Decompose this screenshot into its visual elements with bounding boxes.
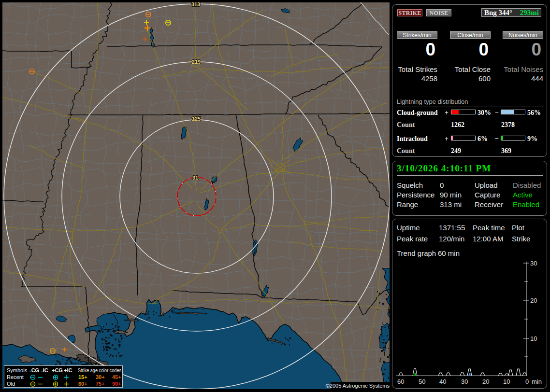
svg-text:30: 30 bbox=[530, 260, 537, 267]
svg-text:125: 125 bbox=[192, 116, 201, 122]
svg-text:20: 20 bbox=[530, 297, 537, 304]
svg-text:45+: 45+ bbox=[112, 374, 121, 380]
svg-text:-IC: -IC bbox=[41, 367, 48, 373]
svg-text:40: 40 bbox=[439, 378, 446, 385]
svg-text:50: 50 bbox=[419, 378, 425, 385]
svg-text:10: 10 bbox=[503, 378, 510, 385]
svg-text:-CG: -CG bbox=[29, 367, 39, 373]
svg-text:219: 219 bbox=[192, 59, 201, 65]
svg-text:15+: 15+ bbox=[78, 374, 87, 380]
svg-text:+CG: +CG bbox=[52, 367, 63, 373]
svg-text:Recent: Recent bbox=[7, 374, 24, 380]
svg-text:30: 30 bbox=[461, 378, 468, 385]
svg-text:31: 31 bbox=[192, 175, 198, 181]
svg-text:75+: 75+ bbox=[96, 381, 105, 387]
svg-text:Symbols: Symbols bbox=[7, 367, 28, 373]
svg-text:10: 10 bbox=[530, 335, 537, 342]
svg-text:©2005 Astrogenic Systems: ©2005 Astrogenic Systems bbox=[326, 383, 390, 389]
svg-text:Strike age color codes: Strike age color codes bbox=[78, 367, 121, 373]
svg-text:30+: 30+ bbox=[96, 374, 105, 380]
svg-text:60: 60 bbox=[397, 378, 404, 385]
svg-text:min: min bbox=[532, 378, 542, 385]
svg-text:20: 20 bbox=[482, 378, 489, 385]
svg-text:90+: 90+ bbox=[112, 381, 121, 387]
svg-text:60+: 60+ bbox=[78, 381, 87, 387]
svg-text:0: 0 bbox=[525, 378, 529, 385]
svg-text:Old: Old bbox=[7, 381, 15, 387]
svg-text:+IC: +IC bbox=[64, 367, 72, 373]
